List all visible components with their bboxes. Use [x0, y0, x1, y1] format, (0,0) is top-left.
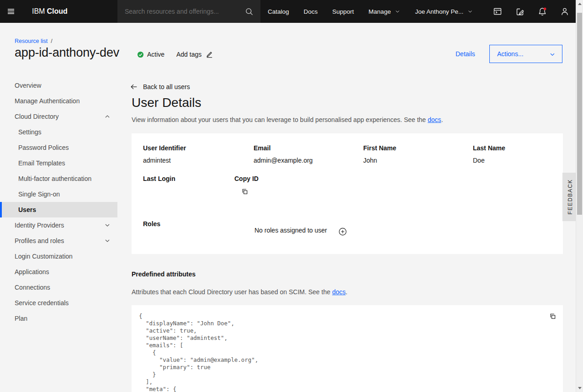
brand-logo[interactable]: IBMCloud — [32, 0, 68, 23]
code-line: "emails": [ — [139, 342, 258, 349]
scrollbar-down-arrow[interactable] — [578, 387, 582, 389]
add-tags-button[interactable]: Add tags — [176, 50, 213, 58]
sidebar-item-email-templates[interactable]: Email Templates — [0, 155, 117, 171]
sidebar-item-label: Manage Authentication — [15, 97, 80, 105]
user-details-description: View information about your users that y… — [132, 116, 443, 123]
sidebar-item-connections[interactable]: Connections — [0, 280, 117, 295]
sidebar-item-users[interactable]: Users — [0, 202, 117, 217]
field-first-name: First NameJohn — [363, 144, 396, 152]
manage-label: Manage — [369, 8, 391, 15]
chevron-down-icon — [104, 237, 111, 244]
sidebar-item-password-polices[interactable]: Password Polices — [0, 140, 117, 155]
sidebar-item-label: Single Sign-on — [18, 191, 60, 198]
field-label: Last Name — [473, 144, 505, 152]
search-input[interactable] — [117, 0, 238, 23]
manage-menu[interactable]: Manage — [361, 0, 408, 23]
sidebar-item-multi-factor-authentication[interactable]: Multi-factor authentication — [0, 171, 117, 186]
scrollbar-thumb[interactable] — [577, 13, 582, 215]
copy-id-button[interactable] — [237, 184, 252, 199]
avatar-button[interactable] — [553, 0, 576, 23]
sidebar-item-label: Multi-factor authentication — [18, 175, 91, 182]
status-badge: Active — [137, 51, 164, 58]
back-label: Back to all users — [143, 83, 190, 90]
web-terminal-button[interactable] — [486, 0, 509, 23]
breadcrumb-resource-list-link[interactable]: Resource list — [15, 38, 48, 44]
roles-empty-text: No roles assigned to user — [254, 227, 327, 234]
user-details-title: User Details — [132, 95, 201, 110]
sidebar-item-profiles-and-roles[interactable]: Profiles and roles — [0, 233, 117, 249]
sidebar-item-label: Password Polices — [18, 144, 69, 151]
scrollbar[interactable] — [576, 0, 583, 392]
header-nav-docs[interactable]: Docs — [297, 0, 325, 23]
search-button[interactable] — [238, 0, 260, 23]
feedback-edit-button[interactable] — [509, 0, 531, 23]
breadcrumb-separator: / — [51, 38, 52, 44]
header-nav: CatalogDocsSupport Manage Joe Anthony Pe… — [260, 0, 480, 23]
field-value: admintest — [143, 157, 171, 164]
predefined-attributes-title: Predefined attributes — [132, 270, 196, 278]
account-label: Joe Anthony Pe... — [415, 8, 463, 15]
notifications-button[interactable] — [531, 0, 553, 23]
actions-label: Actions... — [497, 50, 524, 58]
sidebar-item-applications[interactable]: Applications — [0, 264, 117, 280]
chevron-down-icon — [395, 9, 400, 14]
field-user-identifier: User Identifieradmintest — [143, 144, 186, 152]
scrollbar-up-arrow[interactable] — [578, 3, 582, 5]
sidebar-item-label: Connections — [15, 284, 50, 291]
sidebar-item-login-customization[interactable]: Login Customization — [0, 249, 117, 264]
sidebar-item-label: Applications — [15, 268, 49, 275]
field-value: John — [363, 157, 377, 164]
plus-circle-icon — [339, 228, 347, 236]
sidebar-item-manage-authentication[interactable]: Manage Authentication — [0, 93, 117, 109]
feedback-label: FEEDBACK — [567, 179, 573, 214]
back-to-all-users-link[interactable]: Back to all users — [130, 83, 190, 91]
menu-button[interactable] — [5, 6, 16, 17]
status-label: Active — [147, 51, 164, 58]
copy-code-button[interactable] — [547, 311, 558, 322]
field-label: Email — [254, 144, 270, 152]
field-label: First Name — [363, 144, 396, 152]
add-role-button[interactable] — [335, 224, 350, 239]
sidebar-item-label: Login Customization — [15, 253, 73, 260]
sidebar-item-single-sign-on[interactable]: Single Sign-on — [0, 186, 117, 202]
chevron-down-icon — [549, 51, 556, 58]
code-line: "active": true, — [139, 327, 258, 334]
sidebar-item-identity-providers[interactable]: Identity Providers — [0, 217, 117, 233]
sidebar-item-cloud-directory[interactable]: Cloud Directory — [0, 109, 117, 124]
edit-pencil-icon — [206, 50, 213, 58]
scim-code-block: { "displayName": "John Doe", "active": t… — [132, 305, 563, 392]
header-nav-support[interactable]: Support — [325, 0, 361, 23]
sidebar-item-label: Overview — [15, 82, 41, 89]
sidebar-item-plan[interactable]: Plan — [0, 311, 117, 326]
sidebar-item-label: Email Templates — [18, 159, 65, 167]
roles-label: Roles — [143, 220, 160, 228]
predefined-attributes-description: Attributes that each Cloud Directory use… — [132, 288, 347, 296]
sidebar-item-settings[interactable]: Settings — [0, 124, 117, 140]
hamburger-icon — [6, 7, 16, 16]
actions-dropdown[interactable]: Actions... — [489, 45, 562, 63]
header: IBMCloud CatalogDocsSupport Manage Joe A… — [0, 0, 576, 23]
code-line: "displayName": "John Doe", — [139, 320, 258, 327]
sidebar-item-service-credentials[interactable]: Service credentials — [0, 295, 117, 311]
code-line: ], — [139, 378, 258, 386]
description-text: View information about your users that y… — [132, 116, 428, 123]
chevron-down-icon — [104, 222, 111, 229]
field-email: Emailadmin@example.org — [254, 144, 270, 152]
sidebar-item-overview[interactable]: Overview — [0, 78, 117, 93]
code-line: } — [139, 371, 258, 378]
user-info-card: User IdentifieradmintestEmailadmin@examp… — [132, 133, 563, 254]
details-link[interactable]: Details — [456, 50, 475, 58]
docs-link[interactable]: docs — [332, 288, 346, 296]
code-line: { — [139, 349, 258, 356]
search-icon — [245, 7, 254, 16]
add-tags-label: Add tags — [176, 51, 201, 58]
code-line: { — [139, 313, 258, 320]
header-nav-catalog[interactable]: Catalog — [260, 0, 297, 23]
user-avatar-icon — [560, 6, 570, 16]
code-line: "meta": { — [139, 386, 258, 392]
docs-link[interactable]: docs — [428, 116, 441, 123]
account-menu[interactable]: Joe Anthony Pe... — [408, 0, 480, 23]
description-suffix: . — [441, 116, 443, 123]
last-login-label: Last Login — [143, 175, 175, 182]
notification-dot — [543, 8, 546, 11]
